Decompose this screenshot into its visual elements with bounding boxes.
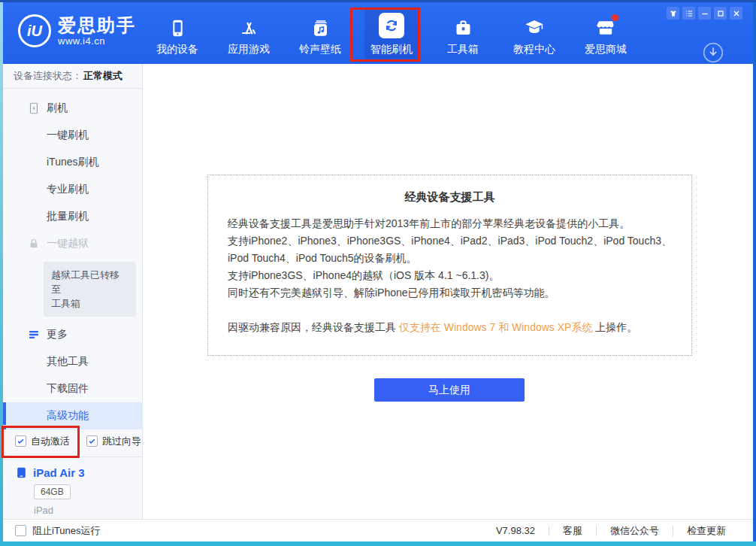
window-frame-right [753,2,756,546]
sidebar-item-other-tools[interactable]: 其他工具 [3,348,142,375]
nav-label: 应用游戏 [228,43,270,56]
block-itunes-option[interactable]: 阻止iTunes运行 [15,524,101,538]
device-name: iPad Air 3 [33,466,85,479]
nav-item-store[interactable]: 爱思商城 [579,8,633,59]
status-value: 正常模式 [83,69,122,83]
device-connection-status: 设备连接状态： 正常模式 [3,64,142,89]
sidebar-item-label: 下载固件 [47,382,89,396]
sidebar-item-download-firmware[interactable]: 下载固件 [3,375,142,402]
sidebar-item-label: 一键越狱 [47,237,89,250]
panel-title: 经典设备支援工具 [208,190,691,205]
sidebar-item-label: 专业刷机 [47,183,89,196]
toolbox-icon [453,10,473,38]
sidebar-item-label: 一键刷机 [47,129,89,142]
menu-bars-icon [27,328,47,341]
download-manager-icon[interactable] [702,41,724,64]
store-icon [595,10,616,38]
compatibility-notice: 因驱动兼容原因，经典设备支援工具 仅支持在 Windows 7 和 Window… [228,319,672,336]
smart-flash-refresh-icon [379,10,404,38]
nav-label: 教程中心 [513,43,555,56]
device-model: iPad [34,505,143,516]
notification-dot [612,14,618,21]
sidebar-item-label: 刷机 [47,102,68,115]
version-label: V7.98.32 [482,525,549,536]
note-line: 越狱工具已转移至 [51,268,129,296]
notice-highlight: 仅支持在 Windows 7 和 Windows XP系统 [399,321,593,333]
phone-icon [168,10,188,38]
nav-label: 爱思商城 [585,43,627,56]
description-line: 同时还有不完美越狱引导、解除iPhone已停用和读取开机密码等功能。 [228,284,672,302]
auto-activate-checkbox[interactable] [15,435,26,447]
nav-item-toolbox[interactable]: 工具箱 [436,8,490,59]
app-window: iU 爱思助手 www.i4.cn 我的设备 应用游戏 [0,0,756,546]
notice-prefix: 因驱动兼容原因，经典设备支援工具 [228,321,399,333]
app-logo[interactable]: iU 爱思助手 www.i4.cn [18,14,136,47]
menu-list-icon[interactable] [682,7,695,20]
nav-item-tutorials[interactable]: 教程中心 [507,8,561,59]
notice-suffix: 上操作。 [592,321,637,333]
device-capacity-badge: 64GB [34,484,71,499]
panel-description: 经典设备支援工具是爱思助手针对2013年前上市的部分苹果经典老设备提供的小工具。… [228,215,672,302]
window-controls [667,7,742,20]
app-site-url: www.i4.cn [58,35,136,47]
jailbreak-moved-note: 越狱工具已转移至 工具箱 [44,262,136,317]
skip-setup-checkbox[interactable] [86,435,98,447]
nav-item-my-devices[interactable]: 我的设备 [150,8,204,59]
sidebar-item-label: iTunes刷机 [47,156,99,169]
window-frame-top [0,0,756,2]
description-line: 支持iPhone2、iPhone3、iPhone3GS、iPhone4、iPad… [228,232,672,250]
sidebar-item-itunes-flash[interactable]: iTunes刷机 [3,149,142,176]
window-frame-left [0,2,3,546]
sidebar-item-pro-flash[interactable]: 专业刷机 [3,176,142,203]
sidebar-item-label: 高级功能 [47,409,89,423]
lock-icon [27,237,47,250]
auto-activate-option[interactable]: 自动激活 [15,435,70,448]
logo-icon: iU [18,14,51,47]
classic-device-tool-panel: 经典设备支援工具 经典设备支援工具是爱思助手针对2013年前上市的部分苹果经典老… [207,174,692,356]
checkbox-label: 自动激活 [31,435,70,448]
sidebar-group-flash[interactable]: 刷机 [3,95,142,122]
nav-item-smart-flash[interactable]: 智能刷机 [364,8,419,59]
sidebar-group-jailbreak: 一键越狱 [3,230,142,257]
nav-label: 智能刷机 [370,43,413,56]
logo-badge-text: iU [27,23,42,40]
main-content: 经典设备支援工具 经典设备支援工具是爱思助手针对2013年前上市的部分苹果经典老… [144,64,753,519]
block-itunes-checkbox[interactable] [15,525,26,536]
sidebar-item-one-key-flash[interactable]: 一键刷机 [3,122,142,149]
description-line: iPod Touch4、iPod Touch5的设备刷机。 [228,250,672,267]
minimize-icon[interactable] [698,7,711,20]
flash-options-row: 自动激活 跳过向导 [3,425,143,457]
skip-setup-option[interactable]: 跳过向导 [86,435,141,448]
device-entry[interactable]: iPad Air 3 [15,466,143,479]
customer-service-link[interactable]: 客服 [549,524,596,538]
sidebar-item-label: 其他工具 [47,355,89,369]
checkbox-label: 跳过向导 [102,435,141,448]
app-name: 爱思助手 [58,16,136,35]
check-update-link[interactable]: 检查更新 [673,524,739,538]
status-bar: 阻止iTunes运行 V7.98.32 客服 微信公众号 检查更新 [3,519,753,541]
status-label: 设备连接状态： [14,69,82,83]
checkbox-label: 阻止iTunes运行 [32,524,101,538]
description-line: 支持iPhone3GS、iPhone4的越狱（iOS 版本 4.1 ~6.1.3… [228,267,672,284]
sidebar-group-more[interactable]: 更多 [3,321,142,348]
maximize-icon[interactable] [714,7,727,20]
use-now-button[interactable]: 马上使用 [374,378,525,402]
sidebar-item-label: 更多 [47,328,68,341]
ipad-icon [15,466,28,479]
window-frame-bottom [0,541,756,546]
skin-icon[interactable] [667,7,679,20]
wechat-official-link[interactable]: 微信公众号 [597,524,673,538]
sidebar-item-batch-flash[interactable]: 批量刷机 [3,203,142,230]
tutorial-cap-icon [524,10,545,38]
nav-label: 铃声壁纸 [299,43,341,56]
device-flash-icon [27,102,47,115]
ringtone-wallpaper-icon [310,10,331,38]
sidebar-item-label: 批量刷机 [47,210,89,223]
sidebar: 设备连接状态： 正常模式 刷机 一键刷机 iTunes刷机 专业刷机 批量刷机 [3,64,143,519]
nav-item-apps-games[interactable]: 应用游戏 [222,8,276,59]
appstore-icon [239,10,259,38]
main-nav: 我的设备 应用游戏 铃声壁纸 智能刷机 [150,8,650,59]
nav-item-ringtones-wallpapers[interactable]: 铃声壁纸 [293,8,347,59]
note-line: 工具箱 [51,296,129,311]
close-icon[interactable] [730,7,742,20]
